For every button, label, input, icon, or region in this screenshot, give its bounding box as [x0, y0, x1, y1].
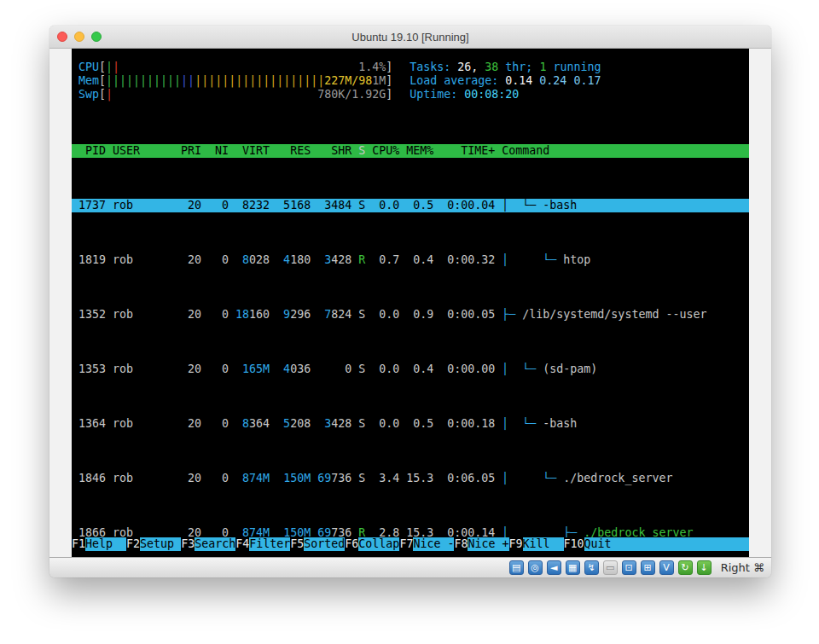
col-mem[interactable]: MEM% [399, 144, 433, 158]
process-row[interactable]: 1364 rob 20 0 8364 5208 3428 S 0.0 0.5 0… [72, 417, 749, 431]
ni-cell: 0 [201, 472, 229, 485]
window-controls [57, 32, 102, 42]
cpu-cell: 3.4 [365, 472, 399, 485]
fn-label-f1[interactable]: Help [85, 537, 126, 551]
fn-key-f8[interactable]: F8 [454, 537, 468, 551]
col-command[interactable]: Command [495, 144, 749, 158]
pri-cell: 20 [174, 308, 201, 322]
user-cell: rob [106, 308, 174, 322]
fn-key-f6[interactable]: F6 [345, 537, 358, 551]
function-key-bar: F1Help F2Setup F3SearchF4FilterF5SortedF… [72, 537, 749, 551]
pid-cell: 1819 [78, 253, 106, 267]
pri-cell: 20 [174, 253, 201, 267]
shr-cell: 3484 [311, 199, 351, 212]
zoom-button[interactable] [91, 32, 102, 42]
terminal-screen[interactable]: CPU[|| 1.4%]Tasks: 26, 38 thr; 1 running… [72, 49, 749, 557]
shr-cell: 69736 [311, 472, 351, 485]
col-pid[interactable]: PID [78, 144, 106, 158]
fn-label-f8[interactable]: Nice + [468, 537, 508, 551]
col-user[interactable]: USER [106, 144, 174, 158]
window-title: Ubuntu 19.10 [Running] [351, 31, 468, 44]
res-cell: 4180 [270, 253, 311, 267]
user-cell: rob [106, 199, 174, 212]
pid-cell: 1737 [78, 199, 106, 212]
process-table: PID USER PRI NI VIRT RES SHR S CPU% MEM%… [72, 117, 749, 577]
minimize-button[interactable] [74, 32, 84, 42]
fn-label-f10[interactable]: Quit [584, 537, 612, 551]
fn-label-f2[interactable]: Setup [140, 537, 181, 551]
pri-cell: 20 [174, 363, 201, 376]
state-cell: S [351, 472, 365, 485]
col-state[interactable]: S [351, 144, 365, 158]
pid-cell: 1846 [78, 472, 106, 485]
cpu-cell: 0.0 [365, 363, 399, 376]
fn-key-f9[interactable]: F9 [509, 537, 523, 551]
swp-meter: Swp[| 780K/1.92G] [78, 88, 392, 102]
col-res[interactable]: RES [270, 144, 311, 158]
vm-display-area: CPU[|| 1.4%]Tasks: 26, 38 thr; 1 running… [49, 49, 771, 557]
fn-label-f7[interactable]: Nice - [413, 537, 454, 551]
tree-lines: │ └─ [502, 363, 543, 375]
time-cell: 0:00.04 [433, 199, 495, 212]
fn-key-f2[interactable]: F2 [126, 537, 140, 551]
htop-header: CPU[|| 1.4%]Tasks: 26, 38 thr; 1 running… [72, 49, 749, 102]
shr-cell: 0 [311, 363, 351, 376]
shr-cell: 7824 [311, 308, 351, 322]
time-cell: 0:00.18 [433, 417, 495, 431]
time-cell: 0:06.05 [433, 472, 495, 485]
tree-lines: │ └─ [502, 472, 563, 484]
virt-cell: 8028 [229, 253, 270, 267]
process-row[interactable]: 1353 rob 20 0 165M 4036 0 S 0.0 0.4 0:00… [72, 363, 749, 376]
info-line: Tasks: 26, 38 thr; 1 running [392, 61, 601, 74]
process-row[interactable]: 1846 rob 20 0 874M 150M 69736 S 3.4 15.3… [72, 472, 749, 485]
close-button[interactable] [57, 32, 67, 42]
process-row[interactable]: 1737 rob 20 0 8232 5168 3484 S 0.0 0.5 0… [72, 199, 749, 212]
fn-label-f9[interactable]: Kill [523, 537, 564, 551]
fn-key-f1[interactable]: F1 [72, 537, 85, 551]
user-cell: rob [106, 363, 174, 376]
fn-key-f3[interactable]: F3 [181, 537, 195, 551]
process-row[interactable]: 1352 rob 20 0 18160 9296 7824 S 0.0 0.9 … [72, 308, 749, 322]
ni-cell: 0 [201, 363, 229, 376]
res-cell: 4036 [270, 363, 311, 376]
process-row[interactable]: 1819 rob 20 0 8028 4180 3428 R 0.7 0.4 0… [72, 253, 749, 267]
fn-key-f10[interactable]: F10 [564, 537, 584, 551]
fn-label-f3[interactable]: Search [195, 537, 235, 551]
col-cpu[interactable]: CPU% [365, 144, 399, 158]
ni-cell: 0 [201, 199, 229, 212]
virt-cell: 165M [229, 363, 270, 376]
title-bar[interactable]: Ubuntu 19.10 [Running] [49, 26, 771, 49]
virt-cell: 8232 [229, 199, 270, 212]
ni-cell: 0 [201, 253, 229, 267]
fn-key-f7[interactable]: F7 [399, 537, 413, 551]
ni-cell: 0 [201, 417, 229, 431]
pri-cell: 20 [174, 417, 201, 431]
pri-cell: 20 [174, 472, 201, 485]
state-cell: S [351, 308, 365, 322]
pid-cell: 1352 [78, 308, 106, 322]
tree-lines: │ └─ [502, 417, 543, 430]
fn-key-f4[interactable]: F4 [235, 537, 249, 551]
res-cell: 5208 [270, 417, 311, 431]
info-line: Uptime: 00:08:20 [392, 88, 519, 102]
command-cell: │ └─ -bash [495, 417, 749, 431]
col-ni[interactable]: NI [201, 144, 229, 158]
tree-lines: │ └─ [502, 253, 563, 266]
fn-label-f5[interactable]: Sorted [304, 537, 345, 551]
fn-label-f6[interactable]: Collap [358, 537, 399, 551]
user-cell: rob [106, 253, 174, 267]
col-shr[interactable]: SHR [311, 144, 351, 158]
shr-cell: 3428 [311, 417, 351, 431]
col-time[interactable]: TIME+ [433, 144, 495, 158]
col-pri[interactable]: PRI [174, 144, 201, 158]
mem-cell: 0.4 [399, 253, 433, 267]
fn-label-f4[interactable]: Filter [249, 537, 290, 551]
command-cell: ├─ /lib/systemd/systemd --user [495, 308, 749, 322]
col-virt[interactable]: VIRT [229, 144, 270, 158]
fn-key-f5[interactable]: F5 [290, 537, 304, 551]
mem-cell: 0.4 [399, 363, 433, 376]
state-cell: R [351, 253, 365, 267]
mem-cell: 15.3 [399, 472, 433, 485]
table-header-row[interactable]: PID USER PRI NI VIRT RES SHR S CPU% MEM%… [72, 144, 749, 158]
cpu-cell: 0.0 [365, 308, 399, 322]
